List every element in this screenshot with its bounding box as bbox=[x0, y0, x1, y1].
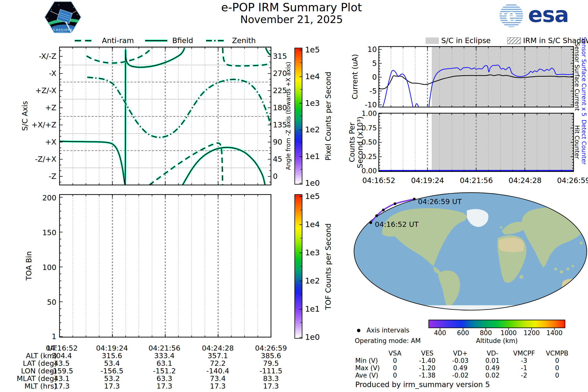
cassiope-patch-label: CASSIOPE bbox=[53, 28, 73, 32]
ephemeris-value: 43.1 bbox=[54, 375, 70, 382]
pixel-colorbar-tick-label: 1e2 bbox=[305, 126, 320, 134]
pixel-colorbar-tick-label: 1e1 bbox=[305, 152, 320, 161]
voltage-value: 0 bbox=[393, 372, 397, 379]
ephemeris-value: 04:19:24 bbox=[96, 344, 128, 352]
tof-colorbar-tick-label: 1e5 bbox=[305, 192, 320, 201]
angle-ytick-label: 270 bbox=[273, 70, 287, 78]
ephemeris-value: 17.3 bbox=[156, 382, 172, 390]
angle-ytick-label: 45 bbox=[273, 155, 282, 163]
ephemeris-row-label: LAT (deg) bbox=[23, 360, 57, 367]
voltage-row-label: Ave (V) bbox=[355, 372, 378, 379]
current-ytick-label: 5 bbox=[372, 60, 377, 68]
time-xtick-label: 04:26:59 bbox=[557, 177, 588, 184]
ephemeris-value: 63.3 bbox=[156, 375, 172, 382]
ephemeris-value: 04:24:28 bbox=[202, 344, 234, 352]
voltage-value: -0.02 bbox=[452, 372, 468, 379]
voltage-value: 0.49 bbox=[453, 365, 468, 372]
esa-logo: e bbox=[500, 4, 523, 27]
altitude-bar-label: Altitude (km) bbox=[476, 338, 518, 344]
hit-counter-label: Hit Counter bbox=[574, 125, 580, 159]
toa-ytick-label: 200 bbox=[42, 194, 56, 202]
tof-colorbar-tick-label: 1e2 bbox=[305, 277, 320, 285]
voltage-value: -2 bbox=[521, 372, 527, 379]
ephemeris-value: 17.3 bbox=[104, 382, 120, 390]
pixel-colorbar-tick-label: 1e3 bbox=[305, 99, 320, 108]
voltage-value: 0.02 bbox=[485, 372, 500, 379]
voltage-value: 0 bbox=[393, 365, 397, 372]
altitude-tick-label: 800 bbox=[480, 330, 492, 336]
voltage-row-label: Min (V) bbox=[355, 358, 378, 364]
toa-ytick-label: 1 bbox=[52, 333, 56, 340]
sc-axis-ytick-label: +Z/-X bbox=[35, 87, 56, 94]
track-start-time-label: 04:16:52 UT bbox=[375, 221, 418, 228]
ephemeris-value: 73.4 bbox=[210, 375, 226, 382]
current-ytick-label: 0 bbox=[372, 73, 377, 81]
ephemeris-value: 17.3 bbox=[54, 382, 70, 390]
ephemeris-row-label: MLAT (deg) bbox=[17, 375, 57, 382]
sensor-surface-current-label: Sensor Surface Current bbox=[574, 42, 580, 111]
voltage-value: -3 bbox=[521, 358, 527, 364]
legend-anti-ram-label: Anti-ram bbox=[102, 37, 134, 44]
counts-ytick-label: 0.25 bbox=[362, 153, 377, 160]
sc-axis-ytick-label: +Z bbox=[45, 104, 56, 112]
detect-counter-label: Detect Counter bbox=[580, 120, 586, 165]
current-ylabel: Current (uA) bbox=[351, 54, 359, 99]
irm-summary-plot-page: CASSIOPEe e-POP IRM Summary Plot Novembe… bbox=[0, 0, 588, 392]
altitude-tick-label: 600 bbox=[457, 330, 469, 336]
ephemeris-value: 304.4 bbox=[52, 352, 72, 360]
toa-ylabel: TOA Bin bbox=[25, 251, 33, 280]
voltage-value: -0.03 bbox=[452, 358, 468, 364]
legend-shadow-label: IRM in S/C Shadow bbox=[523, 37, 588, 44]
ephemeris-value: 17.3 bbox=[263, 382, 279, 390]
ephemeris-value: 83.3 bbox=[263, 375, 279, 382]
ephemeris-value: 333.4 bbox=[154, 352, 174, 360]
sc-axis-ytick-label: +X/+Z bbox=[32, 121, 56, 129]
ephemeris-value: -140.4 bbox=[206, 367, 229, 374]
voltage-value: -1.38 bbox=[419, 372, 435, 379]
voltage-value: -1.40 bbox=[419, 358, 435, 364]
ephemeris-value: 315.6 bbox=[102, 352, 122, 360]
ephemeris-row-label: MLT (hrs) bbox=[24, 382, 57, 390]
counts-ytick-label: 0.75 bbox=[362, 124, 377, 132]
angle-ytick-label: 90 bbox=[273, 138, 282, 146]
toa-ytick-label: 150 bbox=[42, 229, 56, 237]
time-xtick-label: 04:24:28 bbox=[508, 177, 542, 184]
toa-ytick-label: 100 bbox=[42, 264, 56, 272]
angle-axis-label: Angle from -Z axis (towards +X axis) bbox=[286, 62, 292, 170]
altitude-tick-label: 1400 bbox=[546, 330, 562, 336]
altitude-tick-label: 1200 bbox=[524, 330, 540, 336]
ephemeris-value: 63.1 bbox=[156, 360, 172, 367]
esa-wordmark: esa bbox=[528, 4, 568, 26]
time-xtick-label: 04:16:52 bbox=[362, 177, 396, 184]
ephemeris-value: 53.4 bbox=[104, 360, 120, 367]
voltage-column-header: VMCPF bbox=[513, 350, 535, 357]
ephemeris-value: 04:21:56 bbox=[148, 344, 180, 352]
tof-colorbar-tick-label: 1e3 bbox=[305, 249, 320, 257]
pixel-colorbar-tick-label: 1e5 bbox=[305, 46, 320, 54]
voltage-column-header: VD+ bbox=[453, 350, 468, 357]
current-ytick-label: -5 bbox=[370, 87, 377, 95]
operating-mode-label: Operating mode: AM bbox=[355, 338, 421, 344]
pixel-colorbar-tick-label: 1e4 bbox=[305, 72, 320, 81]
tof-colorbar-label: TOF Counts per Second bbox=[324, 224, 332, 310]
counts-ytick-label: 0.00 bbox=[362, 167, 377, 174]
ephemeris-value: 43.5 bbox=[54, 360, 70, 367]
ephemeris-value: -111.5 bbox=[260, 367, 282, 374]
voltage-value: 0 bbox=[393, 358, 397, 364]
ephemeris-value: 72.2 bbox=[210, 360, 226, 367]
tof-colorbar-tick-label: 1e4 bbox=[305, 220, 320, 229]
angle-ytick-label: 180 bbox=[273, 104, 287, 112]
angle-ytick-label: 225 bbox=[273, 87, 287, 94]
voltage-row-label: Max (V) bbox=[355, 365, 380, 372]
voltage-column-header: VD- bbox=[486, 350, 498, 357]
axis-intervals-label: Axis intervals bbox=[366, 327, 410, 334]
ephemeris-value: 04:16:52 bbox=[46, 344, 78, 352]
sc-axis-ytick-label: -X bbox=[49, 70, 56, 78]
ephemeris-value: 04:26:59 bbox=[255, 344, 287, 352]
counts-ytick-label: 1.00 bbox=[362, 110, 377, 117]
page-subtitle-date: November 21, 2025 bbox=[240, 14, 343, 25]
sc-axis-ylabel: S/C Axis bbox=[21, 101, 29, 131]
sc-axis-ytick-label: -X/-Z bbox=[39, 52, 56, 60]
voltage-column-header: VES bbox=[421, 350, 434, 357]
toa-ytick-label: 50 bbox=[47, 298, 56, 306]
